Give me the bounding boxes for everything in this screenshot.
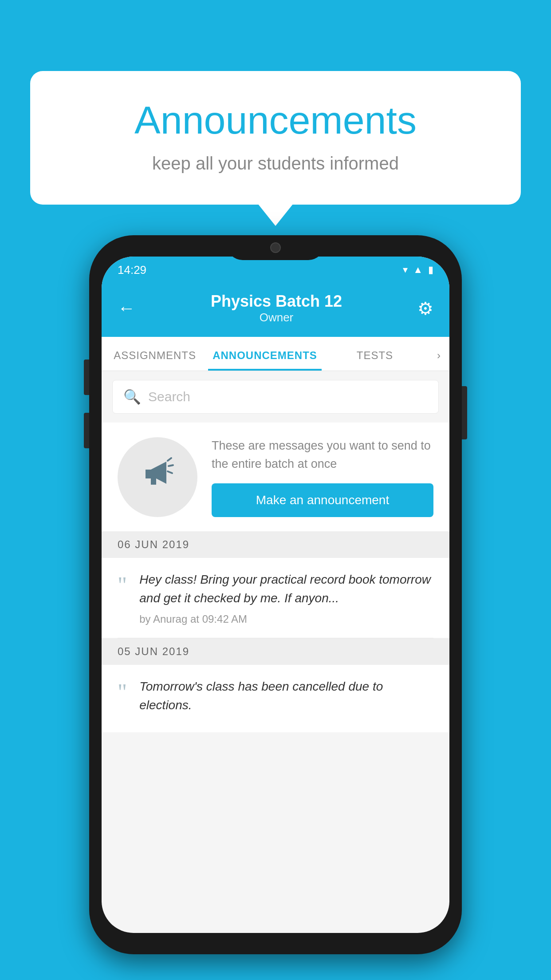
promo-icon-circle	[118, 437, 197, 517]
phone-volume-down	[84, 413, 89, 448]
announcement-text-1: Hey class! Bring your practical record b…	[139, 570, 433, 608]
header-subtitle: Owner	[135, 311, 417, 324]
speech-bubble: Announcements keep all your students inf…	[30, 71, 521, 205]
tab-announcements[interactable]: ANNOUNCEMENTS	[208, 337, 322, 371]
signal-icon: ▲	[413, 264, 423, 276]
promo-description: These are messages you want to send to t…	[212, 437, 433, 473]
wifi-icon: ▾	[403, 264, 408, 276]
phone-screen: 14:29 ▾ ▲ ▮ ← Physics Batch 12 Owner ⚙	[102, 257, 449, 933]
status-bar: 14:29 ▾ ▲ ▮	[102, 257, 449, 283]
make-announcement-button[interactable]: Make an announcement	[212, 483, 433, 517]
svg-line-0	[168, 458, 171, 461]
quote-icon-2: "	[118, 681, 127, 704]
megaphone-icon	[138, 453, 177, 501]
date-separator-2: 05 JUN 2019	[102, 638, 449, 665]
phone-notch	[227, 235, 324, 260]
svg-line-2	[168, 471, 172, 473]
tab-assignments[interactable]: ASSIGNMENTS	[102, 337, 208, 371]
tab-tests[interactable]: TESTS	[322, 337, 428, 371]
announcement-meta-1: by Anurag at 09:42 AM	[139, 613, 433, 625]
tab-bar: ASSIGNMENTS ANNOUNCEMENTS TESTS ›	[102, 337, 449, 371]
quote-icon-1: "	[118, 574, 127, 597]
search-bar[interactable]: 🔍 Search	[112, 380, 439, 414]
battery-icon: ▮	[428, 264, 433, 276]
search-placeholder: Search	[148, 389, 190, 404]
header-title: Physics Batch 12	[135, 292, 417, 311]
intro-section: Announcements keep all your students inf…	[30, 71, 521, 205]
status-time: 14:29	[118, 263, 146, 277]
phone-volume-up	[84, 360, 89, 395]
phone-outer: 14:29 ▾ ▲ ▮ ← Physics Batch 12 Owner ⚙	[89, 235, 462, 954]
announcement-content-1: Hey class! Bring your practical record b…	[139, 570, 433, 625]
promo-right: These are messages you want to send to t…	[212, 437, 433, 517]
announcement-item-1[interactable]: " Hey class! Bring your practical record…	[102, 558, 449, 638]
search-icon: 🔍	[123, 388, 141, 405]
announcement-content-2: Tomorrow's class has been cancelled due …	[139, 677, 433, 720]
bubble-title: Announcements	[66, 98, 485, 143]
header-center: Physics Batch 12 Owner	[135, 292, 417, 324]
announcement-item-2[interactable]: " Tomorrow's class has been cancelled du…	[102, 665, 449, 732]
tab-more[interactable]: ›	[428, 337, 449, 371]
phone-mockup: 14:29 ▾ ▲ ▮ ← Physics Batch 12 Owner ⚙	[89, 235, 462, 954]
phone-camera	[270, 242, 281, 253]
gear-icon[interactable]: ⚙	[417, 298, 433, 319]
back-button[interactable]: ←	[118, 298, 135, 318]
status-icons: ▾ ▲ ▮	[403, 264, 433, 276]
promo-area: These are messages you want to send to t…	[102, 423, 449, 531]
bubble-subtitle: keep all your students informed	[66, 154, 485, 174]
date-separator-1: 06 JUN 2019	[102, 531, 449, 558]
announcement-text-2: Tomorrow's class has been cancelled due …	[139, 677, 433, 715]
svg-line-1	[169, 465, 173, 466]
app-header: ← Physics Batch 12 Owner ⚙	[102, 283, 449, 337]
phone-power	[462, 386, 467, 439]
